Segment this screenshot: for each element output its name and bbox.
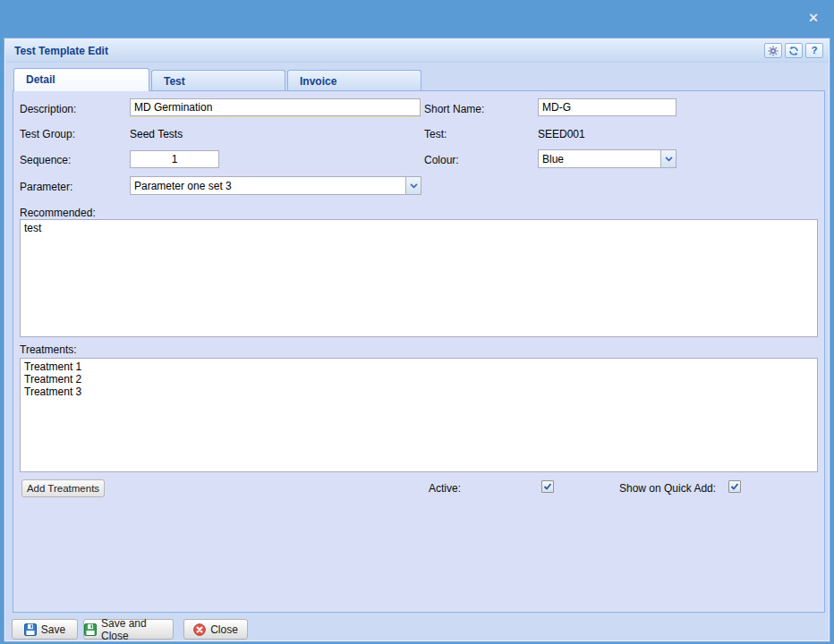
- save-button[interactable]: Save: [12, 619, 78, 640]
- test-group-value: Seed Tests: [130, 128, 183, 140]
- save-and-close-button-label: Save and Close: [101, 617, 173, 642]
- chevron-down-icon: [665, 157, 673, 162]
- save-and-close-button[interactable]: Save and Close: [83, 619, 174, 640]
- refresh-icon: [788, 46, 799, 56]
- active-checkbox[interactable]: [541, 480, 554, 493]
- test-value: SEED001: [538, 128, 585, 140]
- colour-label: Colour:: [424, 154, 459, 166]
- save-disk-icon: [24, 623, 37, 636]
- recommended-textarea[interactable]: test: [20, 219, 818, 337]
- tab-detail[interactable]: Detail: [13, 68, 149, 91]
- description-input[interactable]: [130, 98, 421, 116]
- colour-select[interactable]: Blue: [538, 149, 677, 168]
- treatments-label: Treatments:: [20, 343, 77, 356]
- save-disk-green-icon: [84, 623, 97, 636]
- dialog-header: Test Template Edit: [5, 39, 829, 63]
- check-icon: [543, 482, 552, 491]
- close-red-icon: [193, 623, 206, 636]
- help-icon: ?: [812, 46, 818, 55]
- help-tool-button[interactable]: ?: [805, 43, 823, 58]
- dialog-title: Test Template Edit: [14, 45, 762, 57]
- colour-select-trigger[interactable]: [660, 150, 676, 167]
- short-name-input[interactable]: [538, 98, 677, 116]
- desktop: { "icons": { "window_close": "×", "help"…: [0, 0, 834, 644]
- treatment-list-item[interactable]: Treatment 3: [21, 386, 817, 398]
- gear-icon: [768, 46, 779, 56]
- treatment-list-item[interactable]: Treatment 1: [21, 360, 817, 373]
- treatments-list: Treatment 1 Treatment 2 Treatment 3: [20, 358, 818, 472]
- test-label: Test:: [424, 128, 447, 140]
- refresh-tool-button[interactable]: [785, 43, 803, 58]
- close-button-label: Close: [210, 623, 238, 636]
- short-name-label: Short Name:: [424, 103, 484, 115]
- gear-tool-button[interactable]: [764, 43, 782, 58]
- window-close-icon[interactable]: ×: [804, 9, 822, 27]
- tab-invoice[interactable]: Invoice: [287, 70, 421, 90]
- test-template-edit-dialog: Test Template Edit: [4, 38, 830, 642]
- test-group-label: Test Group:: [20, 128, 75, 140]
- detail-tab-panel: Description: Short Name: Test Group: See…: [13, 90, 825, 613]
- description-label: Description:: [20, 103, 76, 115]
- add-treatments-button[interactable]: Add Treatments: [21, 479, 105, 497]
- sequence-input[interactable]: [130, 150, 219, 168]
- close-button[interactable]: Close: [183, 619, 248, 640]
- check-icon: [730, 482, 739, 491]
- parameter-select-trigger[interactable]: [405, 177, 421, 194]
- active-label: Active:: [429, 482, 461, 495]
- save-button-label: Save: [41, 623, 65, 636]
- tab-test[interactable]: Test: [151, 70, 285, 90]
- colour-select-value: Blue: [539, 150, 660, 167]
- sequence-label: Sequence:: [20, 154, 71, 166]
- chevron-down-icon: [410, 183, 418, 189]
- parameter-select-value: Parameter one set 3: [131, 177, 405, 194]
- treatment-list-item[interactable]: Treatment 2: [21, 373, 817, 386]
- parameter-label: Parameter:: [20, 181, 72, 193]
- parameter-select[interactable]: Parameter one set 3: [130, 176, 421, 195]
- show-on-quick-add-checkbox[interactable]: [728, 480, 741, 493]
- recommended-label: Recommended:: [20, 207, 96, 219]
- show-on-quick-add-label: Show on Quick Add:: [619, 482, 716, 495]
